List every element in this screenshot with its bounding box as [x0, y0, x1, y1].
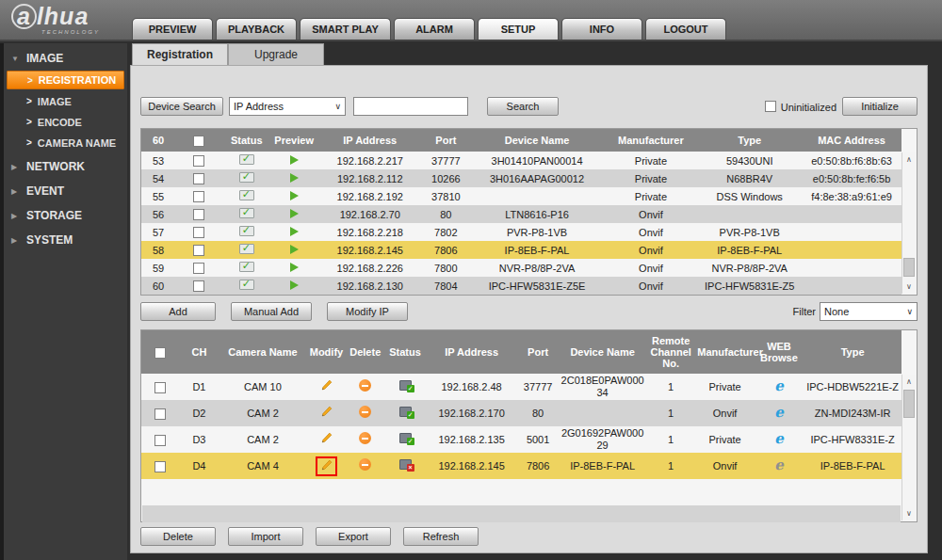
row-checkbox[interactable]	[193, 209, 204, 220]
row-checkbox[interactable]	[193, 191, 204, 202]
chevron-down-icon: ∨	[906, 307, 913, 316]
preview-play-icon[interactable]	[290, 173, 299, 183]
add-button[interactable]: Add	[140, 302, 216, 321]
preview-play-icon[interactable]	[290, 191, 299, 200]
row-checkbox[interactable]	[193, 263, 204, 274]
logo-a: a	[11, 4, 37, 29]
device-search-button[interactable]: Device Search	[140, 97, 223, 116]
scroll-up-icon[interactable]: ∧	[902, 155, 916, 164]
refresh-button[interactable]: Refresh	[403, 527, 479, 546]
scroll-down-icon[interactable]: ∨	[902, 282, 916, 291]
ie-browser-icon[interactable]: e	[774, 377, 784, 394]
scrollbar-thumb[interactable]	[903, 390, 915, 418]
export-button[interactable]: Export	[316, 527, 391, 546]
delete-minus-icon[interactable]	[359, 379, 371, 392]
sidebar-item-image-group[interactable]: ▼ IMAGE	[4, 49, 127, 68]
filter-select[interactable]: None ∨	[820, 302, 918, 321]
sidebar-item-camera-name[interactable]: > CAMERA NAME	[4, 134, 127, 152]
device-row[interactable]: 57 ✓ 192.168.2.218 7802 PVR-P8-1VB Onvif…	[141, 223, 901, 241]
scrollbar-thumb[interactable]	[903, 258, 915, 277]
nav-tab-alarm[interactable]: ALARM	[394, 18, 475, 40]
scroll-up-icon[interactable]: ∧	[902, 377, 916, 386]
manual-add-button[interactable]: Manual Add	[231, 302, 312, 321]
channel-row[interactable]: D3 CAM 2 ✓ 192.168.2.135 5001 2G01692PAW…	[141, 426, 901, 453]
sidebar-item-network[interactable]: ▶ NETWORK	[4, 157, 127, 176]
import-button[interactable]: Import	[228, 527, 303, 546]
tab-registration[interactable]: Registration	[132, 43, 228, 65]
preview-play-icon[interactable]	[290, 280, 299, 290]
device-ip: 192.168.2.70	[317, 205, 422, 223]
row-checkbox[interactable]	[154, 382, 166, 393]
preview-play-icon[interactable]	[290, 263, 299, 272]
row-checkbox[interactable]	[154, 435, 166, 446]
sidebar-item-event[interactable]: ▶ EVENT	[4, 182, 127, 200]
channel-row[interactable]: D2 CAM 2 ✓ 192.168.2.170 80 1	[141, 400, 901, 426]
row-checkbox[interactable]	[193, 173, 204, 184]
nav-tab-preview[interactable]: PREVIEW	[132, 18, 213, 40]
sidebar-item-encode[interactable]: > ENCODE	[4, 113, 127, 131]
preview-play-icon[interactable]	[290, 155, 299, 165]
sidebar-item-image[interactable]: > IMAGE	[4, 92, 127, 110]
tab-upgrade[interactable]: Upgrade	[228, 43, 324, 65]
device-num: 58	[141, 241, 175, 259]
device-type: 59430UNI	[697, 152, 802, 169]
device-row[interactable]: 55 ✓ 192.168.2.192 37810 Private DSS Win…	[141, 187, 901, 205]
select-all-checkbox[interactable]	[193, 136, 204, 147]
delete-button[interactable]: Delete	[140, 527, 216, 546]
device-row[interactable]: 53 ✓ 192.168.2.217 37777 3H01410PAN00014…	[141, 152, 901, 169]
device-count: 60	[141, 129, 175, 152]
row-checkbox[interactable]	[193, 155, 204, 167]
ie-browser-icon[interactable]: e	[774, 456, 784, 473]
select-all-checkbox[interactable]	[154, 347, 166, 359]
uninitialized-checkbox[interactable]	[765, 101, 776, 112]
nav-tab-logout[interactable]: LOGOUT	[645, 18, 726, 40]
nav-tab-info[interactable]: INFO	[561, 18, 642, 40]
delete-minus-icon[interactable]	[359, 432, 371, 444]
pencil-modify-icon[interactable]	[320, 432, 333, 444]
pencil-modify-icon[interactable]	[320, 406, 333, 418]
channel-device-name	[559, 400, 646, 426]
search-input[interactable]	[353, 97, 468, 116]
pencil-modify-icon[interactable]	[320, 379, 333, 392]
channel-row[interactable]: D1 CAM 10 ✓ 192.168.2.48 37777 2C018E0PA…	[141, 374, 901, 400]
channel-remote-no: 1	[646, 426, 695, 453]
modify-ip-button[interactable]: Modify IP	[327, 302, 408, 321]
initialize-button[interactable]: Initialize	[842, 97, 918, 116]
search-button[interactable]: Search	[487, 97, 559, 116]
device-row[interactable]: 59 ✓ 192.168.2.226 7800 NVR-P8/8P-2VA On…	[141, 259, 901, 277]
device-row[interactable]: 58 ✓ 192.168.2.145 7806 IP-8EB-F-PAL Onv…	[141, 241, 901, 259]
channel-table-scrollbar[interactable]: ∧ ∨	[901, 375, 916, 520]
nav-tab-smart-play[interactable]: SMART PLAY	[300, 18, 391, 40]
camera-online-icon: ✓	[239, 208, 254, 218]
row-checkbox[interactable]	[193, 245, 204, 256]
preview-play-icon[interactable]	[290, 245, 299, 254]
sidebar-item-registration[interactable]: > REGISTRATION	[7, 71, 124, 89]
nav-tab-playback[interactable]: PLAYBACK	[216, 18, 297, 40]
channel-row[interactable]: D4 CAM 4 × 192.168.2.145 7806 IP-8EB-F-P…	[141, 453, 901, 479]
device-row[interactable]: 54 ✓ 192.168.2.112 10266 3H016AAPAG00012…	[141, 169, 901, 187]
row-checkbox[interactable]	[154, 408, 166, 420]
ie-browser-icon[interactable]: e	[774, 430, 784, 447]
device-table-scrollbar[interactable]: ∧ ∨	[901, 152, 916, 294]
pencil-modify-icon[interactable]	[320, 459, 333, 472]
sidebar-item-storage[interactable]: ▶ STORAGE	[4, 206, 127, 225]
nav-tab-setup[interactable]: SETUP	[478, 18, 559, 40]
device-row[interactable]: 56 ✓ 192.168.2.70 80 LTN8616-P16 Onvif	[141, 205, 901, 223]
delete-minus-icon[interactable]	[359, 458, 371, 471]
search-type-select[interactable]: IP Address ∨	[229, 97, 346, 116]
preview-play-icon[interactable]	[290, 209, 299, 218]
ie-browser-icon[interactable]: e	[774, 404, 784, 421]
device-num: 57	[141, 223, 175, 241]
channel-type: IP-8EB-F-PAL	[804, 453, 901, 479]
delete-minus-icon[interactable]	[359, 406, 371, 418]
triangle-right-icon: ▶	[11, 187, 20, 196]
preview-play-icon[interactable]	[290, 227, 299, 236]
sidebar-item-system[interactable]: ▶ SYSTEM	[4, 231, 127, 249]
device-row[interactable]: 60 ✓ 192.168.2.130 7804 IPC-HFW5831E-Z5E…	[141, 277, 901, 295]
row-checkbox[interactable]	[154, 461, 166, 472]
device-port: 80	[422, 205, 469, 223]
scroll-down-icon[interactable]: ∨	[902, 509, 916, 518]
device-name: PVR-P8-1VB	[470, 223, 605, 241]
row-checkbox[interactable]	[193, 280, 204, 292]
row-checkbox[interactable]	[193, 227, 204, 238]
